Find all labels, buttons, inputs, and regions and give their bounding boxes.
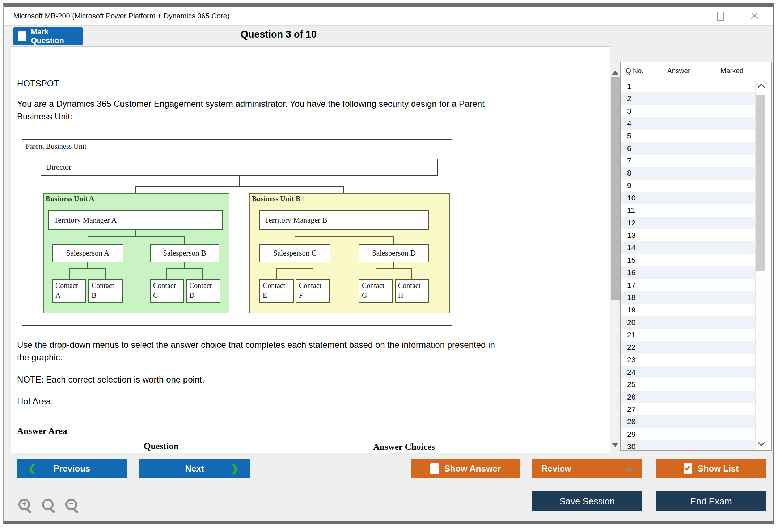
question-list-scrollbar[interactable]: [755, 81, 766, 449]
question-row[interactable]: 21: [621, 329, 755, 341]
question-row[interactable]: 18: [621, 291, 755, 304]
territory-manager-b-label: Territory Manager B: [265, 216, 327, 225]
question-row[interactable]: 30: [621, 440, 755, 451]
chevron-left-icon: ❮: [28, 463, 36, 474]
question-row-number: 9: [621, 180, 755, 192]
check-icon: ✔: [684, 464, 692, 474]
contact-letter: A: [55, 291, 85, 300]
question-row[interactable]: 28: [621, 415, 755, 428]
question-row[interactable]: 10: [621, 192, 755, 204]
show-list-checkbox[interactable]: ✔: [684, 463, 692, 474]
show-answer-checkbox[interactable]: [430, 463, 439, 474]
question-row[interactable]: 25: [621, 378, 755, 390]
contact-word: Contact: [362, 281, 392, 291]
app-window: Microsoft MB-200 (Microsoft Power Platfo…: [3, 3, 774, 524]
question-row[interactable]: 12: [621, 217, 755, 229]
list-scrollbar-thumb[interactable]: [756, 95, 765, 271]
question-counter: Question 3 of 10: [4, 29, 553, 40]
question-row-number: 10: [621, 192, 755, 204]
question-row[interactable]: 19: [621, 304, 755, 316]
parent-business-unit-label: Parent Business Unit: [26, 142, 86, 151]
close-button[interactable]: [744, 7, 765, 25]
question-row-number: 22: [621, 341, 755, 353]
question-row[interactable]: 9: [621, 180, 755, 192]
window-title: Microsoft MB-200 (Microsoft Power Platfo…: [13, 7, 229, 25]
contact-word: Contact: [55, 281, 85, 291]
mark-question-button[interactable]: Mark Question: [13, 27, 83, 45]
question-row[interactable]: 5: [621, 130, 755, 142]
question-row[interactable]: 26: [621, 391, 755, 403]
question-row[interactable]: 17: [621, 279, 755, 291]
mark-question-label: Mark Question: [31, 28, 83, 45]
connector-line: [88, 237, 88, 244]
connector-line: [135, 230, 136, 236]
close-icon: [750, 12, 759, 20]
scroll-down-arrow[interactable]: [612, 443, 618, 447]
minimize-button[interactable]: [675, 7, 697, 25]
question-type-label: HOTSPOT: [17, 77, 59, 90]
magnifier-icon[interactable]: [42, 499, 56, 515]
next-button[interactable]: Next ❯: [139, 459, 250, 478]
question-row-number: 3: [621, 105, 755, 117]
question-row[interactable]: 2: [621, 92, 755, 105]
question-row[interactable]: 3: [621, 105, 755, 117]
list-scroll-up-arrow[interactable]: [758, 84, 765, 91]
question-row[interactable]: 4: [621, 117, 755, 130]
mark-question-checkbox[interactable]: [18, 31, 26, 41]
question-row[interactable]: 15: [621, 254, 755, 266]
question-row[interactable]: 20: [621, 316, 755, 329]
contact-word: Contact: [153, 281, 183, 291]
question-row[interactable]: 22: [621, 341, 755, 353]
question-row[interactable]: 29: [621, 428, 755, 440]
save-session-button[interactable]: Save Session: [532, 491, 642, 511]
review-button[interactable]: Review: [532, 459, 642, 478]
question-row[interactable]: 6: [621, 142, 755, 155]
scroll-up-arrow[interactable]: [612, 71, 618, 75]
question-row[interactable]: 14: [621, 241, 755, 254]
question-row[interactable]: 11: [621, 204, 755, 216]
connector-line: [295, 236, 394, 237]
question-row-number: 26: [621, 391, 755, 403]
connector-line: [376, 269, 376, 279]
question-row-number: 8: [621, 167, 755, 179]
question-row-number: 18: [621, 291, 755, 304]
previous-button[interactable]: ❮ Previous: [17, 459, 127, 478]
question-row[interactable]: 7: [621, 155, 755, 167]
question-row-number: 30: [621, 440, 755, 451]
question-row[interactable]: 16: [621, 266, 755, 279]
question-row-number: 19: [621, 304, 755, 316]
territory-manager-b-box: Territory Manager B: [259, 210, 429, 230]
salesperson-b-label: Salesperson B: [163, 249, 206, 258]
question-row[interactable]: 13: [621, 229, 755, 241]
question-row[interactable]: 27: [621, 403, 755, 415]
content-scrollbar[interactable]: [611, 69, 620, 449]
contact-letter: B: [92, 291, 122, 300]
question-list-header: Q No. Answer Marked: [621, 62, 771, 80]
contact-word: Contact: [92, 281, 122, 291]
connector-line: [184, 237, 185, 244]
zoom-out-icon[interactable]: [65, 499, 80, 515]
list-scroll-down-arrow[interactable]: [758, 439, 765, 446]
show-list-button[interactable]: ✔ Show List: [656, 459, 766, 478]
territory-manager-a-label: Territory Manager A: [54, 216, 117, 225]
director-box: Director: [41, 159, 438, 176]
question-row[interactable]: 23: [621, 354, 755, 366]
question-row-number: 20: [621, 316, 755, 329]
salesperson-a-box: Salesperson A: [52, 244, 123, 262]
question-row-number: 25: [621, 378, 755, 390]
zoom-in-icon[interactable]: [18, 499, 33, 515]
business-unit-b-label: Business Unit B: [252, 195, 301, 203]
territory-manager-a-box: Territory Manager A: [48, 210, 223, 230]
connector-line: [166, 269, 167, 279]
question-row[interactable]: 1: [621, 80, 755, 92]
maximize-button[interactable]: [710, 7, 731, 25]
question-row[interactable]: 24: [621, 366, 755, 378]
end-exam-button[interactable]: End Exam: [656, 491, 766, 511]
question-row[interactable]: 8: [621, 167, 755, 179]
connector-line: [276, 269, 277, 279]
question-panel: HOTSPOT You are a Dynamics 365 Customer …: [11, 46, 610, 453]
contact-letter: D: [189, 291, 220, 300]
show-answer-button[interactable]: Show Answer: [411, 459, 520, 478]
scrollbar-thumb[interactable]: [611, 77, 620, 300]
salesperson-c-box: Salesperson C: [259, 244, 330, 262]
